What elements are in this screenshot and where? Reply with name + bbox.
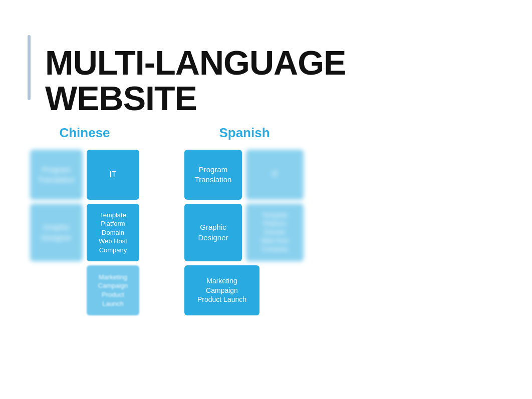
title-line2: WEBSITE [45,79,197,117]
es-it-tile: IT [246,150,304,200]
page-container: MULTI-LANGUAGE WEBSITE Chinese ProgramTr… [0,0,532,399]
chinese-label: Chinese [59,125,110,141]
page-title: MULTI-LANGUAGE WEBSITE [45,15,502,117]
chinese-section: Chinese ProgramTranslation IT GraphicDes… [30,125,139,315]
es-graphic-designer-tile: GraphicDesigner [184,204,242,261]
spanish-section: Spanish ProgramTranslation IT GraphicDes… [184,125,305,315]
accent-bar [28,35,31,100]
title-line1: MULTI-LANGUAGE [45,44,346,82]
cn-graphic-designer-tile: GraphicDesigner [30,204,83,261]
cn-program-translation-tile: ProgramTranslation [30,150,83,200]
es-program-translation-tile: ProgramTranslation [184,150,242,200]
cn-marketing-tile: MarketingCampaignProduct Launch [87,265,139,315]
es-template-tile: TemplatePlatformDomainWeb HostCompany [246,204,304,261]
spanish-label: Spanish [219,125,270,141]
es-marketing-tile: MarketingCampaignProduct Launch [184,265,259,315]
cn-it-tile: IT [87,150,139,200]
diagram-area: Chinese ProgramTranslation IT GraphicDes… [30,125,305,315]
cn-template-tile: Template PlatformDomainWeb HostCompany [87,204,139,261]
